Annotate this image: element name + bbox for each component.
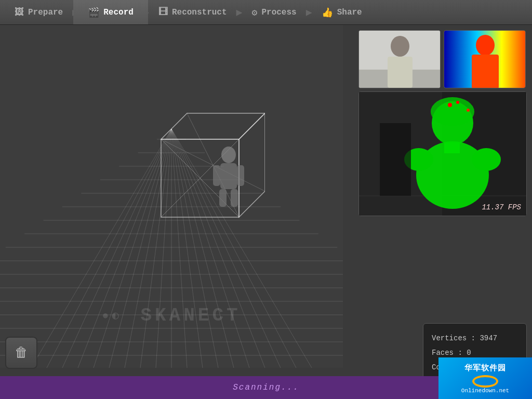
reconstruct-label: Reconstruct bbox=[172, 8, 227, 17]
svg-rect-10 bbox=[237, 165, 244, 186]
faces-label: Faces : bbox=[432, 349, 462, 357]
process-icon: ⚙ bbox=[252, 7, 258, 18]
process-label: Process bbox=[261, 8, 296, 17]
vertices-label: Vertices : bbox=[432, 334, 475, 342]
svg-rect-20 bbox=[472, 55, 499, 88]
record-icon: 🎬 bbox=[88, 7, 99, 18]
svg-rect-17 bbox=[388, 57, 413, 88]
svg-rect-34 bbox=[380, 123, 411, 196]
nav-item-reconstruct[interactable]: 🎞 Reconstruct bbox=[144, 0, 242, 24]
svg-rect-9 bbox=[213, 165, 220, 186]
scanning-status: Scanning... bbox=[233, 383, 299, 392]
brand-line1: 华军软件园 bbox=[464, 363, 506, 373]
nav-item-share[interactable]: 👍 Share bbox=[307, 0, 377, 24]
vertices-value: 3947 bbox=[480, 334, 497, 342]
nav-item-record[interactable]: 🎬 Record bbox=[73, 0, 148, 24]
trash-icon: 🗑 bbox=[15, 344, 28, 361]
top-navigation: 🖼 Prepare ▶ 🎬 Record ▶ 🎞 Reconstruct ▶ ⚙… bbox=[0, 0, 532, 25]
brand-line2: Onlinedown.net bbox=[461, 388, 509, 394]
svg-point-16 bbox=[391, 36, 409, 57]
depth-camera-view bbox=[444, 30, 526, 88]
brand-watermark: 华军软件园 Onlinedown.net bbox=[438, 357, 532, 399]
prepare-label: Prepare bbox=[28, 8, 63, 17]
faces-value: 0 bbox=[467, 349, 471, 357]
svg-marker-1 bbox=[161, 113, 265, 139]
nav-item-prepare[interactable]: 🖼 Prepare bbox=[0, 0, 77, 24]
fps-display: 11.37 FPS bbox=[482, 203, 521, 211]
delete-button[interactable]: 🗑 bbox=[5, 337, 37, 369]
reconstruct-icon: 🎞 bbox=[158, 7, 168, 18]
rgb-camera-view bbox=[358, 30, 441, 88]
prepare-icon: 🖼 bbox=[15, 7, 24, 18]
main-3d-scan-view: 11.37 FPS bbox=[358, 91, 527, 216]
svg-rect-12 bbox=[231, 189, 238, 207]
3d-viewport[interactable]: ●◐ SKANECT bbox=[0, 25, 343, 368]
svg-point-31 bbox=[448, 103, 452, 107]
svg-rect-11 bbox=[219, 189, 227, 207]
svg-point-32 bbox=[456, 101, 459, 104]
vertices-row: Vertices : 3947 bbox=[432, 331, 518, 345]
nav-item-process[interactable]: ⚙ Process bbox=[237, 0, 311, 24]
person-figure bbox=[208, 144, 249, 209]
share-icon: 👍 bbox=[322, 7, 333, 18]
svg-point-29 bbox=[472, 148, 501, 171]
record-label: Record bbox=[103, 8, 134, 17]
camera-views bbox=[358, 30, 527, 88]
brand-ring-icon bbox=[472, 375, 498, 388]
svg-point-19 bbox=[476, 35, 495, 56]
svg-point-7 bbox=[221, 147, 236, 163]
svg-point-33 bbox=[467, 109, 470, 112]
share-label: Share bbox=[337, 8, 362, 17]
svg-point-30 bbox=[431, 97, 474, 126]
right-panels: 11.37 FPS Vertices : 3947 Faces : 0 Colo… bbox=[358, 30, 527, 382]
svg-rect-8 bbox=[220, 163, 237, 189]
